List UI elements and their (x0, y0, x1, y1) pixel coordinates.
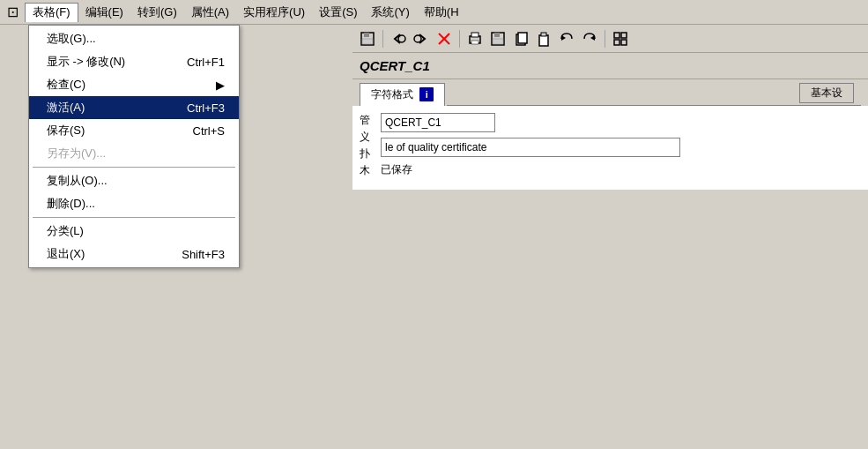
page-title: QCERT_C1 (360, 58, 430, 73)
toolbar-btn-redo[interactable] (579, 28, 600, 49)
svg-rect-11 (494, 33, 500, 37)
basic-settings-btn[interactable]: 基本设 (799, 83, 854, 103)
toolbar-btn-save2[interactable] (487, 28, 508, 49)
menu-item-check[interactable]: 检查(C) ▶ (29, 73, 239, 96)
svg-rect-16 (541, 33, 546, 36)
menu-item-classify[interactable]: 分类(L) (29, 220, 239, 243)
svg-rect-20 (621, 33, 627, 38)
side-label-4: 木 (360, 163, 370, 178)
svg-rect-21 (614, 40, 619, 45)
cert-desc-row (381, 138, 861, 157)
toolbar-separator-3 (605, 30, 605, 48)
toolbar-btn-grid[interactable] (610, 28, 631, 49)
app-icon: ⊡ (4, 4, 21, 21)
menu-item-exit[interactable]: 退出(X) Shift+F3 (29, 243, 239, 266)
toolbar-btn-forward[interactable] (411, 28, 432, 49)
svg-rect-19 (614, 33, 619, 38)
menu-item-save-as: 另存为(V)... (29, 142, 239, 165)
menubar-item-system[interactable]: 系统(Y) (364, 3, 416, 22)
toolbar (352, 25, 868, 53)
menubar-item-edit[interactable]: 编辑(E) (78, 3, 130, 22)
menu-separator-2 (33, 217, 235, 218)
menubar-item-goto[interactable]: 转到(G) (130, 3, 184, 22)
menu-item-save[interactable]: 保存(S) Ctrl+S (29, 119, 239, 142)
side-label-1: 管 (360, 113, 370, 128)
toolbar-btn-paste[interactable] (533, 28, 554, 49)
title-bar: QCERT_C1 (352, 53, 868, 79)
toolbar-btn-save[interactable] (357, 28, 378, 49)
svg-point-4 (414, 35, 421, 42)
cert-name-input[interactable] (381, 113, 495, 132)
cert-desc-input[interactable] (381, 138, 680, 157)
svg-rect-8 (471, 33, 479, 37)
menubar-item-table[interactable]: 表格(F) (25, 3, 78, 22)
menubar-item-help[interactable]: 帮助(H (417, 3, 466, 22)
svg-rect-15 (539, 35, 548, 46)
svg-rect-1 (364, 33, 369, 37)
status-row: 已保存 (381, 162, 861, 177)
toolbar-btn-copy[interactable] (510, 28, 531, 49)
cert-name-row (381, 113, 861, 132)
menubar: ⊡ 表格(F) 编辑(E) 转到(G) 属性(A) 实用程序(U) 设置(S) … (0, 0, 868, 25)
svg-rect-2 (362, 39, 373, 44)
side-label-3: 扑 (360, 146, 370, 161)
menu-separator-1 (33, 167, 235, 168)
toolbar-btn-print[interactable] (464, 28, 486, 49)
dropdown-menu: 选取(G)... 显示 -> 修改(N) Ctrl+F1 检查(C) ▶ 激活(… (28, 25, 240, 268)
status-text: 已保存 (381, 162, 412, 177)
svg-rect-9 (471, 41, 479, 44)
menu-item-activate[interactable]: 激活(A) Ctrl+F3 (29, 96, 239, 119)
info-icon: i (419, 87, 434, 101)
toolbar-btn-x[interactable] (434, 28, 455, 49)
toolbar-btn-undo[interactable] (556, 28, 577, 49)
side-label-2: 义 (360, 130, 370, 145)
svg-rect-22 (621, 40, 627, 45)
menubar-item-props[interactable]: 属性(A) (184, 3, 236, 22)
tab-bar: 字符格式 i 基本设 (352, 79, 868, 106)
svg-marker-18 (590, 35, 595, 41)
toolbar-separator-1 (382, 30, 383, 48)
svg-rect-14 (518, 33, 527, 43)
menubar-item-utils[interactable]: 实用程序(U) (236, 3, 312, 22)
svg-marker-17 (561, 35, 566, 41)
menubar-item-settings[interactable]: 设置(S) (312, 3, 364, 22)
menu-item-select[interactable]: 选取(G)... (29, 27, 239, 50)
menu-item-delete[interactable]: 删除(D)... (29, 192, 239, 215)
menu-item-display-modify[interactable]: 显示 -> 修改(N) Ctrl+F1 (29, 50, 239, 73)
svg-rect-12 (493, 39, 503, 44)
svg-point-3 (398, 35, 405, 42)
menu-item-copy-from[interactable]: 复制从(O)... (29, 169, 239, 192)
tab-char-format[interactable]: 字符格式 i (360, 83, 445, 106)
toolbar-btn-back[interactable] (388, 28, 409, 49)
toolbar-separator-2 (459, 30, 460, 48)
